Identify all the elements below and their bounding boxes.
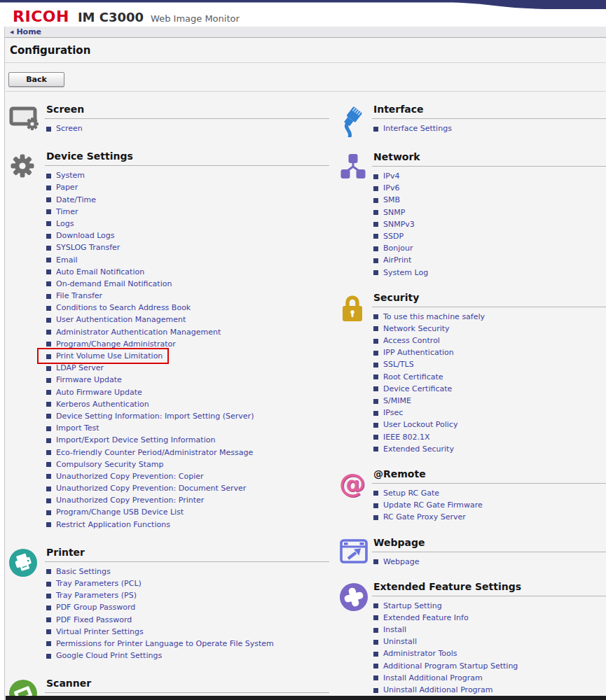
link-network-security[interactable]: Network Security xyxy=(383,325,450,333)
link-ssdp[interactable]: SSDP xyxy=(383,232,404,241)
link-device-setting-information-import-setting-server[interactable]: Device Setting Information: Import Setti… xyxy=(56,412,254,421)
link-tray-parameters-pcl[interactable]: Tray Parameters (PCL) xyxy=(56,580,142,588)
link-conditions-to-search-address-book[interactable]: Conditions to Search Address Book xyxy=(56,304,191,312)
link-ipv4[interactable]: IPv4 xyxy=(383,172,399,181)
link-pdf-fixed-password[interactable]: PDF Fixed Password xyxy=(56,616,132,624)
link-s-mime[interactable]: S/MIME xyxy=(383,397,411,405)
config-link-item: Import/Export Device Setting Information xyxy=(46,436,329,444)
link-unauthorized-copy-prevention-copier[interactable]: Unauthorized Copy Prevention: Copier xyxy=(56,472,204,481)
bullet-square-icon xyxy=(373,258,378,263)
link-ldap-server[interactable]: LDAP Server xyxy=(56,364,104,372)
link-auto-email-notification[interactable]: Auto Email Notification xyxy=(56,268,144,276)
config-link-item: SYSLOG Transfer xyxy=(46,244,329,252)
link-download-logs[interactable]: Download Logs xyxy=(56,232,115,240)
link-ipsec[interactable]: IPsec xyxy=(383,409,403,417)
link-user-authentication-management[interactable]: User Authentication Management xyxy=(56,316,186,324)
bullet-square-icon xyxy=(46,569,51,574)
config-link-item: IPP Authentication xyxy=(373,349,606,357)
config-link-item: Program/Change USB Device List xyxy=(46,508,329,517)
link-system[interactable]: System xyxy=(56,172,85,180)
link-uninstall-additional-program[interactable]: Uninstall Additional Program xyxy=(383,686,493,694)
link-to-use-this-machine-safely[interactable]: To use this machine safely xyxy=(383,313,485,321)
link-compulsory-security-stamp[interactable]: Compulsory Security Stamp xyxy=(56,461,164,469)
config-link-item: Network Security xyxy=(373,325,606,333)
link-program-change-usb-device-list[interactable]: Program/Change USB Device List xyxy=(56,508,184,517)
link-administrator-authentication-management[interactable]: Administrator Authentication Management xyxy=(56,328,221,337)
link-kerberos-authentication[interactable]: Kerberos Authentication xyxy=(56,400,149,409)
link-rc-gate-proxy-server[interactable]: RC Gate Proxy Server xyxy=(383,513,466,522)
link-additional-program-startup-setting[interactable]: Additional Program Startup Setting xyxy=(383,662,518,671)
link-airprint[interactable]: AirPrint xyxy=(383,256,411,265)
bullet-square-icon xyxy=(373,270,378,275)
link-restrict-application-functions[interactable]: Restrict Application Functions xyxy=(56,521,170,529)
link-syslog-transfer[interactable]: SYSLOG Transfer xyxy=(56,244,120,252)
link-system-log[interactable]: System Log xyxy=(383,269,428,277)
link-permissions-for-printer-language-to-operate-file-system[interactable]: Permissions for Printer Language to Oper… xyxy=(56,640,274,648)
link-administrator-tools[interactable]: Administrator Tools xyxy=(383,650,457,658)
bullet-square-icon xyxy=(46,641,51,646)
link-ipv6[interactable]: IPv6 xyxy=(383,184,399,192)
config-link-item: Extended Security xyxy=(373,445,606,454)
bullet-square-icon xyxy=(373,374,378,379)
link-smb[interactable]: SMB xyxy=(383,196,400,204)
link-root-certificate[interactable]: Root Certificate xyxy=(383,373,443,382)
link-unauthorized-copy-prevention-document-server[interactable]: Unauthorized Copy Prevention: Document S… xyxy=(56,484,246,493)
bullet-square-icon xyxy=(46,522,51,527)
link-uninstall[interactable]: Uninstall xyxy=(383,638,417,646)
link-import-export-device-setting-information[interactable]: Import/Export Device Setting Information xyxy=(56,436,215,444)
section-title-network: Network xyxy=(372,151,606,167)
link-extended-feature-info[interactable]: Extended Feature Info xyxy=(383,614,469,622)
link-logs[interactable]: Logs xyxy=(56,220,74,228)
config-link-item: Unauthorized Copy Prevention: Copier xyxy=(46,472,329,481)
config-link-item: Print Volume Use Limitation xyxy=(46,352,329,360)
link-email[interactable]: Email xyxy=(56,256,78,265)
link-eco-friendly-counter-period-administrator-message[interactable]: Eco-friendly Counter Period/Administrato… xyxy=(56,449,253,457)
page-head: Configuration xyxy=(0,38,606,63)
link-startup-setting[interactable]: Startup Setting xyxy=(383,602,442,610)
config-link-item: Webpage xyxy=(373,558,606,566)
link-basic-settings[interactable]: Basic Settings xyxy=(56,568,111,576)
link-device-certificate[interactable]: Device Certificate xyxy=(383,385,452,393)
link-ipp-authentication[interactable]: IPP Authentication xyxy=(383,349,454,357)
link-access-control[interactable]: Access Control xyxy=(383,337,440,345)
link-user-lockout-policy[interactable]: User Lockout Policy xyxy=(383,421,457,429)
link-ieee-802-1x[interactable]: IEEE 802.1X xyxy=(383,433,430,442)
breadcrumb-home-link[interactable]: Home xyxy=(16,27,41,36)
link-virtual-printer-settings[interactable]: Virtual Printer Settings xyxy=(56,628,144,636)
link-google-cloud-print-settings[interactable]: Google Cloud Print Settings xyxy=(56,652,162,660)
link-print-volume-use-limitation[interactable]: Print Volume Use Limitation xyxy=(56,352,163,360)
link-timer[interactable]: Timer xyxy=(56,208,78,216)
link-file-transfer[interactable]: File Transfer xyxy=(56,292,102,300)
link-unauthorized-copy-prevention-printer[interactable]: Unauthorized Copy Prevention: Printer xyxy=(56,496,204,505)
link-install-additional-program[interactable]: Install Additional Program xyxy=(383,674,483,682)
link-snmp[interactable]: SNMP xyxy=(383,209,405,217)
link-pdf-group-password[interactable]: PDF Group Password xyxy=(56,603,135,612)
config-link-item: SMB xyxy=(373,196,606,204)
link-setup-rc-gate[interactable]: Setup RC Gate xyxy=(383,489,439,498)
config-link-item: AirPrint xyxy=(373,256,606,265)
bullet-square-icon xyxy=(46,306,51,311)
back-button[interactable]: Back xyxy=(8,72,64,87)
link-bonjour[interactable]: Bonjour xyxy=(383,244,413,253)
link-update-rc-gate-firmware[interactable]: Update RC Gate Firmware xyxy=(383,501,483,510)
config-link-item: IPsec xyxy=(373,409,606,417)
config-link-item: User Lockout Policy xyxy=(373,421,606,429)
config-link-item: Screen xyxy=(46,125,329,133)
link-paper[interactable]: Paper xyxy=(56,183,78,192)
bullet-square-icon xyxy=(373,222,378,227)
right-column: InterfaceInterface SettingsNetworkIPv4IP… xyxy=(339,104,606,700)
link-program-change-administrator[interactable]: Program/Change Administrator xyxy=(56,340,176,349)
link-date-time[interactable]: Date/Time xyxy=(56,196,96,204)
link-tray-parameters-ps[interactable]: Tray Parameters (PS) xyxy=(56,592,137,600)
link-ssl-tls[interactable]: SSL/TLS xyxy=(383,360,414,369)
link-interface-settings[interactable]: Interface Settings xyxy=(383,125,452,133)
link-webpage[interactable]: Webpage xyxy=(383,558,419,566)
link-on-demand-email-notification[interactable]: On-demand Email Notification xyxy=(56,280,172,288)
link-import-test[interactable]: Import Test xyxy=(56,424,99,433)
link-install[interactable]: Install xyxy=(383,626,406,634)
link-firmware-update[interactable]: Firmware Update xyxy=(56,376,122,384)
link-extended-security[interactable]: Extended Security xyxy=(383,445,454,454)
link-snmpv3[interactable]: SNMPv3 xyxy=(383,220,415,229)
link-screen[interactable]: Screen xyxy=(56,125,83,133)
link-auto-firmware-update[interactable]: Auto Firmware Update xyxy=(56,388,142,397)
